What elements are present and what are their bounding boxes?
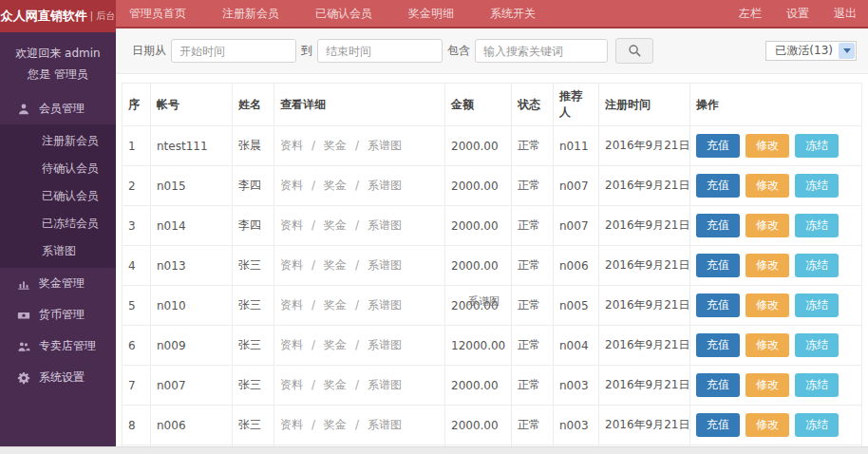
detail-link-1[interactable]: 资料 [280,179,303,192]
detail-link-3[interactable]: 系谱图 [368,179,402,192]
cell-name: 李四 [233,206,274,246]
submenu-item-3[interactable]: 已确认会员 [0,182,116,210]
detail-link-1[interactable]: 资料 [280,298,303,312]
detail-separator: / [355,298,359,312]
freeze-button[interactable]: 冻结 [795,254,839,277]
cell-reg-date: 2016年9月21日 [599,126,690,166]
cell-index: 5 [123,286,151,326]
recharge-button[interactable]: 充值 [696,333,740,357]
recharge-button[interactable]: 充值 [696,134,740,158]
detail-link-2[interactable]: 奖金 [324,338,347,351]
recharge-button[interactable]: 充值 [696,293,740,317]
topnav-item-3[interactable]: 已确认会员 [315,6,372,22]
detail-link-1[interactable]: 资料 [280,258,303,272]
recharge-button[interactable]: 充值 [696,174,740,198]
detail-link-2[interactable]: 奖金 [324,179,347,192]
table-row: 3n014李四资料/奖金/系谱图2000.00正常n0072016年9月21日充… [123,206,862,246]
detail-link-2[interactable]: 奖金 [324,378,347,391]
detail-link-3[interactable]: 系谱图 [368,139,402,152]
detail-link-2[interactable]: 奖金 [324,139,347,152]
sidebar-item-5[interactable]: 系统设置 [0,362,116,393]
freeze-button[interactable]: 冻结 [795,413,839,437]
topnav-item-4[interactable]: 奖金明细 [408,6,454,22]
sidebar-item-1[interactable]: 会员管理 [0,93,116,124]
topnav-right-item-1[interactable]: 左栏 [739,6,762,22]
top-nav-right: 左栏设置退出 [739,0,857,27]
modify-button[interactable]: 修改 [745,174,789,198]
detail-link-3[interactable]: 系谱图 [368,258,402,272]
start-date-input[interactable] [171,39,296,63]
cell-referrer: n007 [554,166,599,206]
recharge-button[interactable]: 充值 [696,413,740,437]
recharge-button[interactable]: 充值 [696,214,740,237]
cell-amount: 12000.00 [445,326,512,366]
search-button[interactable] [615,38,653,64]
freeze-button[interactable]: 冻结 [795,134,839,158]
cell-status: 正常 [512,406,554,445]
table-row: 8n006张三资料/奖金/系谱图2000.00正常n0032016年9月21日充… [123,406,862,445]
freeze-button[interactable]: 冻结 [795,333,839,357]
column-header-3: 姓名 [233,84,274,126]
detail-link-1[interactable]: 资料 [280,218,303,232]
amount-value: 2000.00 [451,219,499,233]
modify-button[interactable]: 修改 [745,254,789,277]
sidebar-item-label: 系统设置 [39,369,85,386]
freeze-button[interactable]: 冻结 [795,174,839,198]
detail-link-2[interactable]: 奖金 [324,418,347,431]
keyword-input[interactable] [475,39,608,63]
cell-detail: 资料/奖金/系谱图 [274,206,445,246]
submenu-item-4[interactable]: 已冻结会员 [0,210,116,237]
modify-button[interactable]: 修改 [745,134,789,158]
freeze-button[interactable]: 冻结 [795,293,839,317]
detail-link-1[interactable]: 资料 [280,378,303,391]
topnav-item-1[interactable]: 管理员首页 [129,6,186,22]
detail-link-3[interactable]: 系谱图 [368,218,402,232]
sidebar-item-3[interactable]: 货币管理 [0,299,116,331]
recharge-button[interactable]: 充值 [696,373,740,397]
cell-actions: 充值修改冻结 [690,366,862,406]
detail-link-3[interactable]: 系谱图 [368,378,402,391]
filter-bar: 日期从 到 包含 已激活(13) [116,28,868,74]
cell-actions: 充值修改冻结 [690,286,862,326]
date-from-label: 日期从 [132,43,166,59]
cell-reg-date: 2016年9月21日 [599,326,690,366]
status-filter-select[interactable]: 已激活(13) [765,41,857,61]
detail-link-3[interactable]: 系谱图 [368,418,402,431]
table-row: 5n010张三资料/奖金/系谱图2000.00系谱图正常n0052016年9月2… [123,286,862,326]
detail-link-1[interactable]: 资料 [280,418,303,431]
detail-link-2[interactable]: 奖金 [324,298,347,312]
sidebar-item-label: 会员管理 [39,101,85,117]
detail-link-3[interactable]: 系谱图 [368,338,402,351]
user-icon [17,103,30,116]
detail-link-1[interactable]: 资料 [280,139,303,152]
detail-link-1[interactable]: 资料 [280,338,303,351]
submenu-item-1[interactable]: 注册新会员 [0,127,116,155]
end-date-input[interactable] [317,39,443,63]
sidebar-item-4[interactable]: 专卖店管理 [0,331,116,362]
topnav-right-item-2[interactable]: 设置 [786,6,809,22]
topnav-item-5[interactable]: 系统开关 [490,6,536,22]
modify-button[interactable]: 修改 [745,293,789,317]
topnav-item-2[interactable]: 注册新会员 [222,6,279,22]
topnav-right-item-3[interactable]: 退出 [834,6,857,22]
modify-button[interactable]: 修改 [745,333,789,357]
modify-button[interactable]: 修改 [745,373,789,397]
detail-link-2[interactable]: 奖金 [324,258,347,272]
store-icon [17,340,30,353]
cell-status: 正常 [512,246,554,286]
submenu-item-2[interactable]: 待确认会员 [0,155,116,182]
detail-link-2[interactable]: 奖金 [324,218,347,232]
modify-button[interactable]: 修改 [745,214,789,237]
freeze-button[interactable]: 冻结 [795,373,839,397]
recharge-button[interactable]: 充值 [696,254,740,277]
column-header-2: 帐号 [151,84,233,126]
cell-account: n010 [151,286,233,326]
cell-name: 张三 [233,246,274,286]
modify-button[interactable]: 修改 [745,413,789,437]
detail-link-3[interactable]: 系谱图 [368,298,402,312]
column-header-9: 操作 [690,84,862,126]
sidebar-item-2[interactable]: 奖金管理 [0,268,116,299]
submenu-item-5[interactable]: 系谱图 [0,237,116,265]
cell-reg-date: 2016年9月21日 [599,406,690,445]
freeze-button[interactable]: 冻结 [795,214,839,237]
